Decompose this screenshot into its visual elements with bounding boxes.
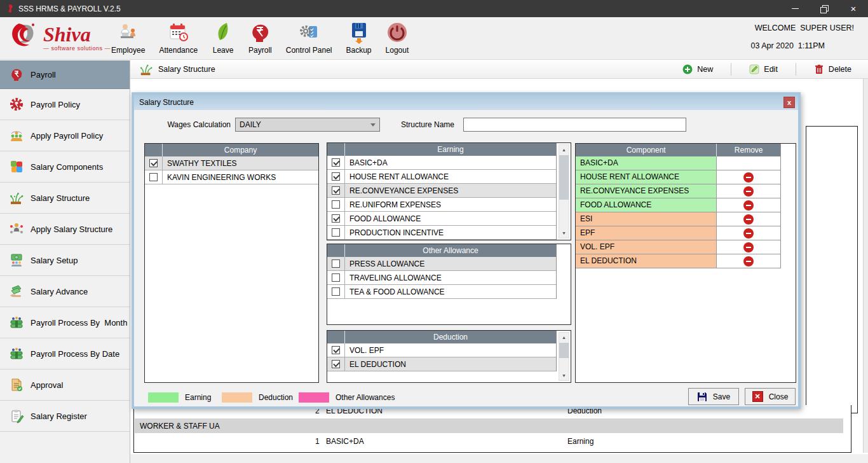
dialog-titlebar[interactable]: Salary Structure x — [134, 95, 798, 110]
close-dialog-button[interactable]: ✕ Close — [745, 388, 796, 405]
window-titlebar: SSS HRMS & PAYROLL V.2.5 × — [0, 0, 868, 17]
salary-structure-dialog: Salary Structure x Wages Calculation DAI… — [132, 92, 801, 409]
earning-checkbox[interactable] — [332, 228, 340, 237]
datetime-text: 03 Apr 2020 1:11PM — [750, 41, 825, 50]
nav-employee[interactable]: Employee — [104, 21, 152, 55]
other-allowance-checkbox[interactable] — [332, 259, 340, 268]
nav-payroll[interactable]: Payroll — [241, 21, 279, 55]
earning-row[interactable]: RE.UNIFORM EXPENSES — [327, 198, 556, 212]
company-checkbox[interactable] — [149, 159, 158, 167]
nav-backup[interactable]: Backup — [339, 21, 379, 55]
component-row: ESI — [576, 212, 781, 226]
nav-label: Logout — [386, 46, 409, 55]
other-allowance-checkbox[interactable] — [332, 287, 340, 296]
remove-icon[interactable] — [743, 186, 754, 197]
minimize-button[interactable] — [780, 0, 810, 17]
save-button[interactable]: Save — [688, 388, 739, 405]
earning-checkbox[interactable] — [332, 200, 340, 209]
company-checkbox[interactable] — [149, 173, 158, 181]
deduction-checkbox[interactable] — [332, 360, 340, 368]
scrollbar-thumb[interactable] — [559, 343, 569, 358]
sidebar-item-approval[interactable]: Approval — [0, 370, 130, 401]
other-allowance-row[interactable]: TRAVELING ALLOWANCE — [327, 271, 556, 285]
delete-button[interactable]: Delete — [808, 62, 858, 76]
dialog-close-button[interactable]: x — [783, 97, 795, 108]
remove-icon[interactable] — [743, 200, 754, 211]
background-grid-row: 1 BASIC+DA Earning — [134, 437, 851, 447]
wages-calculation-dropdown[interactable]: DAILY — [235, 118, 380, 132]
remove-icon[interactable] — [743, 256, 754, 266]
structure-name-input[interactable] — [463, 118, 686, 132]
scrollbar-thumb[interactable] — [559, 155, 569, 200]
sidebar-item-salary-components[interactable]: Salary Components — [0, 151, 130, 183]
deduction-row[interactable]: EL DEDUCTION — [327, 357, 556, 371]
sidebar-item-salary-register[interactable]: Salary Register — [0, 401, 130, 432]
payroll-policy-icon — [9, 97, 24, 112]
other-allowance-checkbox[interactable] — [332, 273, 340, 282]
window-right-strip — [863, 79, 868, 453]
other-allowance-header: Other Allowance — [327, 244, 556, 257]
component-row: EL DEDUCTION — [576, 254, 781, 268]
payroll-icon — [248, 21, 271, 44]
sidebar-item-payroll-process-by-date[interactable]: Payroll Process By Date — [0, 338, 130, 370]
earning-row[interactable]: HOUSE RENT ALLOWANCE — [327, 170, 556, 184]
leave-icon — [212, 21, 234, 44]
remove-icon[interactable] — [743, 214, 754, 225]
nav-attendance[interactable]: Attendance — [152, 21, 205, 55]
earning-panel: Earning BASIC+DA HOUSE RENT ALLOWANCE RE… — [327, 142, 571, 240]
scroll-down-icon[interactable]: ▼ — [559, 228, 569, 238]
deduction-checkbox[interactable] — [332, 346, 340, 354]
earning-scrollbar[interactable]: ▲ ▼ — [559, 144, 569, 238]
nav-logout[interactable]: Logout — [379, 21, 416, 55]
remove-icon[interactable] — [743, 228, 754, 238]
company-row[interactable]: KAVIN ENGINEERING WORKS — [145, 170, 318, 184]
maximize-button[interactable] — [810, 0, 839, 17]
close-button[interactable]: × — [839, 0, 868, 17]
sidebar-item-apply-salary-structure[interactable]: Apply Salary Structure — [0, 214, 130, 245]
scroll-up-icon[interactable]: ▲ — [559, 333, 569, 342]
control-panel-icon — [297, 21, 320, 44]
component-row: EPF — [576, 226, 781, 240]
approval-icon — [9, 377, 24, 392]
company-panel: Company SWATHY TEXTILES KAVIN ENGINEERIN… — [144, 143, 319, 383]
nav-label: Leave — [213, 46, 234, 55]
edit-button[interactable]: Edit — [743, 62, 784, 76]
salary-advance-icon — [9, 284, 24, 299]
nav-control-panel[interactable]: Control Panel — [279, 21, 339, 55]
other-allowance-row[interactable]: TEA & FOOD ALLOWANCE — [327, 285, 556, 299]
other-allowance-row[interactable]: PRESS ALLOWANCE — [327, 257, 556, 271]
deduction-row[interactable]: VOL. EPF — [327, 343, 556, 357]
remove-icon[interactable] — [743, 242, 754, 252]
sidebar-item-payroll[interactable]: Payroll — [0, 60, 130, 89]
component-grid: Component Remove BASIC+DA HOUSE RENT ALL… — [576, 144, 781, 268]
sidebar-item-payroll-policy[interactable]: Payroll Policy — [0, 89, 130, 120]
nav-leave[interactable]: Leave — [205, 21, 241, 55]
scroll-down-icon[interactable]: ▼ — [559, 371, 569, 380]
earning-grid: Earning BASIC+DA HOUSE RENT ALLOWANCE RE… — [327, 143, 557, 240]
earning-row[interactable]: PRODUCTION INCENTIVE — [327, 226, 556, 240]
toolbar-separator — [796, 63, 796, 76]
other-allowance-grid: Other Allowance PRESS ALLOWANCE TRAVELIN… — [327, 244, 557, 299]
remove-icon[interactable] — [743, 172, 754, 183]
other-allowance-panel: Other Allowance PRESS ALLOWANCE TRAVELIN… — [327, 244, 571, 325]
earning-checkbox[interactable] — [332, 186, 340, 195]
earning-checkbox[interactable] — [332, 214, 340, 223]
earning-checkbox[interactable] — [332, 158, 340, 167]
salary-structure-icon — [9, 190, 24, 205]
scroll-up-icon[interactable]: ▲ — [559, 145, 569, 155]
toolbar-separator — [731, 63, 731, 76]
sidebar-item-salary-structure[interactable]: Salary Structure — [0, 183, 130, 214]
earning-row[interactable]: FOOD ALLOWANCE — [327, 212, 556, 226]
earning-checkbox[interactable] — [332, 172, 340, 181]
sidebar-item-payroll-process-by-month[interactable]: Payroll Process By Month — [0, 307, 130, 338]
sidebar-item-apply-payroll-policy[interactable]: Apply Payroll Policy — [0, 120, 130, 151]
earning-row[interactable]: RE.CONVEYANCE EXPENSES — [327, 184, 556, 198]
new-button[interactable]: New — [676, 62, 719, 76]
earning-row[interactable]: BASIC+DA — [327, 156, 556, 170]
company-row[interactable]: SWATHY TEXTILES — [145, 156, 318, 170]
deduction-scrollbar[interactable]: ▲ ▼ — [559, 332, 569, 381]
sidebar-item-salary-advance[interactable]: Salary Advance — [0, 276, 130, 307]
background-group-row: WORKER & STAFF UA — [135, 418, 843, 433]
wages-calculation-value: DAILY — [240, 120, 261, 129]
sidebar-item-salary-setup[interactable]: Salary Setup — [0, 245, 130, 276]
